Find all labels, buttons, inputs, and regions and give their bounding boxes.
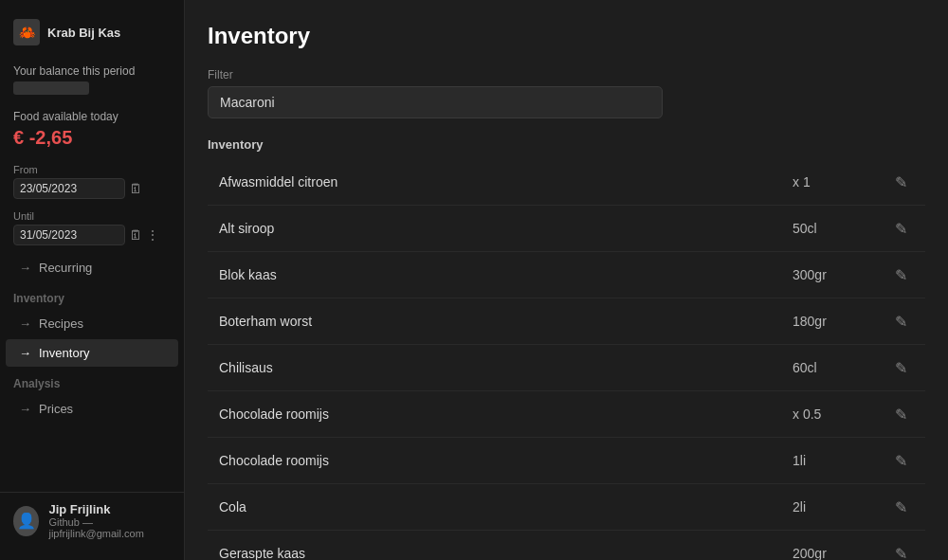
nav-item-recipes[interactable]: → Recipes: [6, 310, 178, 337]
sidebar: 🦀 Krab Bij Kas Your balance this period …: [0, 0, 185, 560]
item-quantity: 2li: [793, 499, 887, 515]
item-quantity: 1li: [793, 453, 887, 468]
item-name: Chocolade roomijs: [219, 406, 793, 422]
user-email: Github — jipfrijlink@gmail.com: [48, 516, 171, 539]
edit-icon[interactable]: ✎: [887, 262, 914, 288]
nav-item-inventory[interactable]: → Inventory: [6, 339, 178, 367]
from-date-input[interactable]: [13, 178, 125, 199]
prices-label: Prices: [39, 402, 73, 416]
table-row: Boterham worst 180gr ✎: [208, 298, 925, 345]
nav-item-prices[interactable]: → Prices: [6, 395, 178, 423]
item-name: Chocolade roomijs: [219, 453, 793, 468]
balance-block: Your balance this period: [0, 61, 184, 106]
item-name: Afwasmiddel citroen: [219, 174, 793, 190]
table-row: Blok kaas 300gr ✎: [208, 252, 925, 298]
filter-input[interactable]: [208, 86, 663, 118]
sidebar-footer: 👤 Jip Frijlink Github — jipfrijlink@gmai…: [0, 492, 184, 549]
avatar: 👤: [13, 506, 39, 536]
table-row: Geraspte kaas 200gr ✎: [208, 531, 925, 560]
inventory-list: Afwasmiddel citroen x 1 ✎ Alt siroop 50c…: [208, 159, 925, 560]
edit-icon[interactable]: ✎: [887, 401, 914, 427]
inventory-nav-label: Inventory: [39, 346, 89, 360]
item-name: Chilisaus: [219, 360, 793, 375]
brand-header: 🦀 Krab Bij Kas: [0, 11, 184, 61]
item-name: Alt siroop: [219, 221, 793, 236]
edit-icon[interactable]: ✎: [887, 169, 914, 195]
item-quantity: 200gr: [793, 546, 887, 560]
filter-label: Filter: [208, 68, 925, 81]
table-row: Afwasmiddel citroen x 1 ✎: [208, 159, 925, 206]
from-calendar-icon[interactable]: 🗓: [129, 181, 142, 196]
from-label: From: [13, 164, 171, 175]
from-date-block: From 🗓: [0, 160, 184, 207]
until-calendar-icon[interactable]: 🗓: [129, 227, 142, 243]
inventory-arrow-icon: →: [19, 346, 31, 360]
item-quantity: 180gr: [793, 314, 887, 329]
until-date-block: Until 🗓 ⋮: [0, 207, 184, 253]
main-content: Inventory Filter Inventory Afwasmiddel c…: [185, 0, 948, 560]
analysis-section-heading: Analysis: [0, 368, 184, 394]
inventory-section-label: Inventory: [208, 137, 925, 152]
inventory-section-heading: Inventory: [0, 282, 184, 309]
edit-icon[interactable]: ✎: [887, 494, 914, 520]
balance-label: Your balance this period: [13, 64, 171, 78]
until-options-icon[interactable]: ⋮: [146, 227, 159, 243]
table-row: Chocolade roomijs 1li ✎: [208, 438, 925, 484]
item-name: Blok kaas: [219, 267, 793, 282]
item-quantity: 300gr: [793, 267, 887, 282]
recipes-label: Recipes: [39, 316, 83, 331]
item-quantity: 50cl: [793, 221, 887, 236]
item-name: Boterham worst: [219, 314, 793, 329]
item-quantity: x 1: [793, 174, 887, 190]
table-row: Chocolade roomijs x 0.5 ✎: [208, 391, 925, 438]
nav-item-recurring[interactable]: → Recurring: [6, 254, 178, 281]
user-info: Jip Frijlink Github — jipfrijlink@gmail.…: [48, 502, 171, 539]
item-quantity: x 0.5: [793, 406, 887, 422]
until-date-input[interactable]: [13, 225, 125, 245]
food-available-label: Food available today: [13, 110, 171, 123]
table-row: Chilisaus 60cl ✎: [208, 345, 925, 391]
item-name: Geraspte kaas: [219, 546, 793, 560]
page-title: Inventory: [208, 23, 925, 49]
until-label: Until: [13, 210, 171, 222]
edit-icon[interactable]: ✎: [887, 354, 914, 381]
item-quantity: 60cl: [793, 360, 887, 375]
item-name: Cola: [219, 499, 793, 515]
balance-bar: [13, 81, 89, 95]
recipes-arrow-icon: →: [19, 316, 31, 331]
brand-name: Krab Bij Kas: [47, 26, 120, 40]
edit-icon[interactable]: ✎: [887, 540, 914, 560]
edit-icon[interactable]: ✎: [887, 447, 914, 474]
prices-arrow-icon: →: [19, 402, 31, 416]
food-value: € -2,65: [13, 127, 171, 149]
recurring-arrow-icon: →: [19, 261, 31, 275]
brand-icon: 🦀: [13, 19, 40, 45]
edit-icon[interactable]: ✎: [887, 308, 914, 334]
table-row: Cola 2li ✎: [208, 484, 925, 531]
edit-icon[interactable]: ✎: [887, 215, 914, 242]
food-block: Food available today € -2,65: [0, 106, 184, 160]
user-name: Jip Frijlink: [48, 502, 171, 516]
recurring-label: Recurring: [39, 261, 92, 275]
table-row: Alt siroop 50cl ✎: [208, 206, 925, 252]
